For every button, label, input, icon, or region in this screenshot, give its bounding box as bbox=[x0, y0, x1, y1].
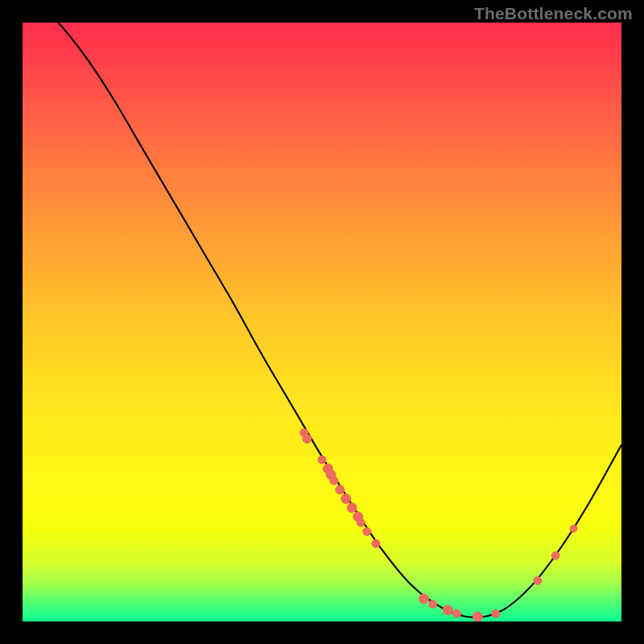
scatter-dot bbox=[570, 525, 577, 532]
scatter-dot bbox=[330, 477, 338, 485]
scatter-dot bbox=[336, 485, 345, 494]
scatter-dot bbox=[473, 612, 482, 621]
plot-area bbox=[23, 23, 621, 621]
scatter-dot bbox=[357, 518, 365, 526]
scatter-dot bbox=[372, 539, 380, 547]
scatter-dot bbox=[534, 576, 542, 584]
scatter-dot bbox=[551, 551, 559, 559]
scatter-dots bbox=[300, 429, 577, 621]
scatter-dot bbox=[429, 600, 437, 608]
scatter-dot bbox=[419, 594, 428, 604]
scatter-dot bbox=[363, 527, 371, 535]
chart-frame: TheBottleneck.com bbox=[0, 0, 644, 644]
scatter-dot bbox=[303, 435, 312, 444]
chart-svg bbox=[23, 23, 621, 621]
scatter-dot bbox=[341, 493, 351, 503]
bottleneck-curve bbox=[23, 23, 621, 617]
scatter-dot bbox=[452, 609, 460, 617]
scatter-dot bbox=[492, 609, 500, 617]
scatter-dot bbox=[318, 456, 326, 464]
scatter-dot bbox=[443, 605, 452, 615]
watermark-label: TheBottleneck.com bbox=[474, 4, 633, 23]
scatter-dot bbox=[347, 503, 357, 513]
